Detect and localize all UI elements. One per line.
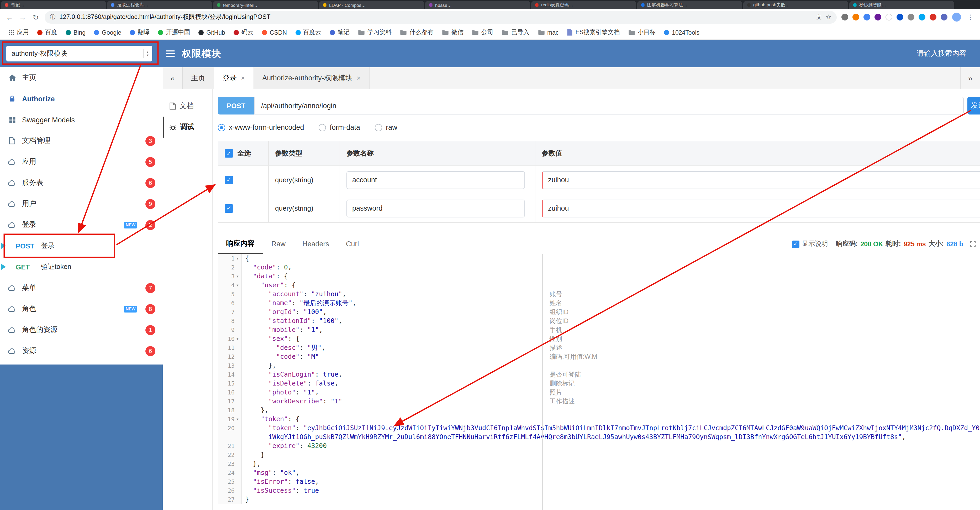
request-url-input[interactable]: /api/authority/anno/login	[254, 97, 964, 115]
bookmark-item[interactable]: 公司	[468, 29, 498, 36]
browser-tab[interactable]: LDAP - Compos…	[319, 1, 424, 9]
show-desc-checkbox-icon[interactable]: ✓	[792, 240, 799, 248]
collapse-tabs-icon[interactable]: «	[163, 67, 183, 89]
sidebar-item[interactable]: 服务表6	[0, 172, 163, 193]
bookmark-item[interactable]: 1024Tools	[660, 29, 704, 35]
tab-debug[interactable]: 调试	[163, 116, 212, 138]
extension-icon[interactable]	[908, 14, 915, 21]
extension-icon[interactable]	[919, 14, 926, 21]
bookmark-item[interactable]: 百度云	[291, 29, 325, 36]
checkbox-checked-icon[interactable]: ✓	[225, 149, 233, 158]
profile-avatar[interactable]	[952, 13, 961, 22]
sidebar-item[interactable]: 资源6	[0, 340, 163, 361]
sidebar-item[interactable]: 主页	[0, 67, 163, 88]
close-tab-icon[interactable]: ×	[357, 74, 361, 82]
radio-form-data[interactable]: form-data	[319, 123, 360, 131]
browser-tab[interactable]: github push失败…	[743, 1, 848, 9]
bookmark-item[interactable]: 笔记	[325, 29, 354, 36]
extension-icon[interactable]	[886, 14, 892, 21]
sidebar-item[interactable]: Swagger Models	[0, 109, 163, 130]
bookmark-item[interactable]: 翻译	[126, 29, 154, 36]
bookmark-item[interactable]: 码云	[229, 29, 258, 36]
bookmark-item[interactable]: 已导入	[498, 29, 534, 36]
url-text[interactable]: 127.0.0.1:8760/api/gate/doc.html#/author…	[59, 13, 813, 22]
bookmark-item[interactable]: Google	[90, 29, 126, 35]
editor-tab[interactable]: 登录×	[214, 67, 254, 89]
bookmark-item[interactable]: CSDN	[258, 29, 291, 35]
editor-tab[interactable]: Authorize-authority-权限模块×	[254, 67, 369, 89]
sidebar-item[interactable]: 应用5	[0, 151, 163, 172]
bookmark-item[interactable]: 百度	[33, 29, 61, 36]
extension-icon[interactable]	[853, 14, 859, 21]
bookmark-item[interactable]: ES搜索引擎文档	[563, 29, 624, 36]
bookmark-item[interactable]: 小目标	[624, 29, 660, 36]
browser-tab[interactable]: hbase…	[425, 1, 530, 9]
back-icon[interactable]: ←	[5, 13, 14, 21]
sidebar-item[interactable]: 角色的资源1	[0, 319, 163, 340]
translate-icon[interactable]: 文	[816, 13, 822, 21]
extension-icon[interactable]	[864, 14, 870, 21]
radio-raw[interactable]: raw	[375, 123, 397, 131]
select-all-label: 全选	[237, 149, 251, 158]
param-value-input[interactable]	[542, 171, 980, 189]
bookmark-item[interactable]: 什么都有	[396, 29, 438, 36]
browser-tab[interactable]: redis设置密码…	[531, 1, 636, 9]
fold-icon[interactable]: ▾	[235, 335, 240, 344]
bookmark-item[interactable]: Bing	[61, 29, 90, 35]
sidebar-item[interactable]: 菜单7	[0, 277, 163, 298]
fold-icon[interactable]: ▾	[235, 254, 240, 263]
url-bar[interactable]: ⓘ 127.0.0.1:8760/api/gate/doc.html#/auth…	[45, 11, 837, 23]
tab-raw[interactable]: Raw	[263, 234, 294, 254]
hamburger-icon[interactable]	[166, 50, 175, 57]
extension-icon[interactable]	[875, 14, 881, 21]
fullscreen-icon[interactable]	[970, 241, 976, 247]
tab-curl[interactable]: Curl	[337, 234, 368, 254]
bookmark-item[interactable]: 微信	[438, 29, 468, 36]
sidebar-item[interactable]: 角色NEW8	[0, 298, 163, 319]
sidebar-item[interactable]: 用户9	[0, 193, 163, 214]
extension-icon[interactable]	[842, 14, 848, 21]
bookmark-item[interactable]: 应用	[4, 29, 33, 36]
close-tab-icon[interactable]: ×	[241, 74, 245, 82]
browser-tab[interactable]: temporary-interi…	[213, 1, 318, 9]
sidebar-item[interactable]: 登录NEW2	[0, 214, 163, 235]
browser-tab[interactable]: 笔记…	[1, 1, 106, 9]
search-input[interactable]: 请输入搜索内容	[917, 49, 966, 58]
tab-headers[interactable]: Headers	[294, 234, 337, 254]
browser-tab[interactable]: 拉取远程仓库…	[107, 1, 212, 9]
bookmark-star-icon[interactable]: ☆	[826, 13, 832, 21]
bookmark-item[interactable]: GitHub	[194, 29, 229, 35]
param-value-input[interactable]	[542, 199, 980, 217]
param-name-input[interactable]	[347, 171, 525, 189]
bookmark-item[interactable]: 学习资料	[354, 29, 396, 36]
editor-tab[interactable]: 主页	[183, 67, 214, 89]
service-group-select[interactable]: authority-权限模块 ▲▼	[6, 46, 152, 61]
browser-tab[interactable]: 秒秒测智能…	[849, 1, 954, 9]
sidebar-operation-post[interactable]: POST登录	[0, 235, 163, 256]
extension-icon[interactable]	[930, 14, 936, 21]
send-button[interactable]: 发送	[967, 97, 980, 115]
param-name-input[interactable]	[347, 199, 525, 217]
expand-tabs-icon[interactable]: »	[960, 67, 980, 89]
sidebar-operation-get[interactable]: GET验证token	[0, 256, 163, 277]
extension-icon[interactable]	[941, 14, 947, 21]
site-info-icon[interactable]: ⓘ	[50, 13, 56, 21]
checkbox-checked-icon[interactable]: ✓	[225, 176, 233, 184]
browser-menu-icon[interactable]: ⋮	[966, 13, 975, 21]
bookmark-item[interactable]: mac	[534, 29, 563, 35]
bookmark-item[interactable]: 开源中国	[154, 29, 194, 36]
extension-icon[interactable]	[897, 14, 904, 21]
sidebar-item[interactable]: 文档管理3	[0, 130, 163, 151]
tab-response-content[interactable]: 响应内容	[218, 234, 263, 254]
fold-icon[interactable]: ▾	[235, 272, 240, 281]
browser-tab[interactable]: 图解机器学习算法…	[637, 1, 742, 9]
tab-document[interactable]: 文档	[163, 96, 212, 116]
radio-x-www-form-urlencoded[interactable]: x-www-form-urlencoded	[218, 123, 304, 131]
reload-icon[interactable]: ↻	[32, 13, 40, 21]
fold-icon[interactable]: ▾	[235, 415, 240, 424]
checkbox-checked-icon[interactable]: ✓	[225, 204, 233, 212]
sidebar-item[interactable]: Authorize	[0, 88, 163, 109]
field-description: 手机	[550, 326, 562, 335]
code-line: 21"expire": 43200	[218, 442, 980, 451]
fold-icon[interactable]: ▾	[235, 281, 240, 290]
